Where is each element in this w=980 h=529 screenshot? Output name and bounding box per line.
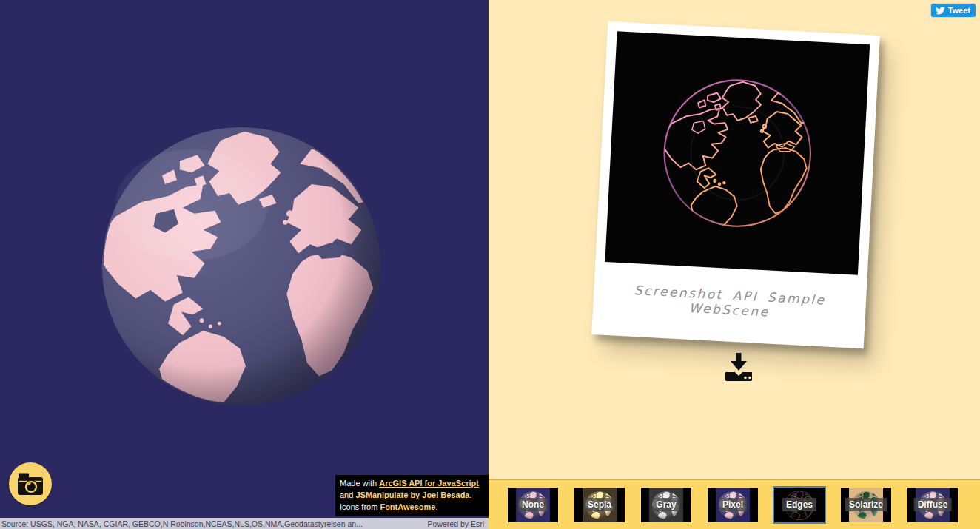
filter-label: None	[518, 498, 548, 511]
camera-retro-icon	[17, 472, 44, 496]
filter-label: Sepia	[584, 498, 615, 511]
tweet-button[interactable]: Tweet	[931, 4, 976, 17]
filter-thumb-edges[interactable]: Edges	[774, 488, 825, 522]
filter-label: Gray	[652, 498, 679, 511]
globe-3d[interactable]	[95, 120, 388, 413]
download-icon	[722, 351, 756, 385]
edges-globe-preview	[656, 72, 819, 235]
filter-thumb-pixel[interactable]: Pixel	[708, 488, 758, 522]
filter-thumb-sepia[interactable]: Sepia	[574, 488, 625, 522]
polaroid-caption: Screenshot API Sample WebScene	[603, 281, 857, 324]
filter-label: Edges	[782, 498, 816, 511]
screenshot-photo	[605, 31, 870, 274]
take-screenshot-button[interactable]	[9, 462, 52, 505]
filter-thumb-none[interactable]: None	[508, 488, 558, 522]
credits-text: Made with	[340, 479, 379, 488]
tweet-label: Tweet	[948, 6, 970, 15]
screenshot-panel: Tweet Screenshot API Sample WebScene Non…	[489, 0, 980, 529]
polaroid-screenshot: Screenshot API Sample WebScene	[591, 21, 880, 349]
filter-thumb-diffuse[interactable]: Diffuse	[907, 488, 958, 522]
attribution-bar: Source: USGS, NGA, NASA, CGIAR, GEBCO,N …	[0, 518, 489, 529]
app-root: Made with ArcGIS API for JavaScript and …	[0, 0, 980, 529]
credits-box: Made with ArcGIS API for JavaScript and …	[335, 475, 489, 516]
filter-thumb-gray[interactable]: Gray	[641, 488, 691, 522]
webscene-view[interactable]: Made with ArcGIS API for JavaScript and …	[0, 0, 489, 529]
filter-label: Diffuse	[914, 498, 952, 511]
filter-label: Solarize	[845, 498, 887, 511]
filter-thumb-solarize[interactable]: Solarize	[841, 488, 891, 522]
attribution-sources: Source: USGS, NGA, NASA, CGIAR, GEBCO,N …	[1, 519, 363, 528]
jsmanipulate-link[interactable]: JSManipulate by Joel Besada	[355, 491, 469, 499]
arcgis-api-link[interactable]: ArcGIS API for JavaScript	[379, 479, 479, 488]
powered-by-esri: Powered by Esri	[428, 519, 484, 528]
download-button[interactable]	[721, 351, 756, 386]
fontawesome-link[interactable]: FontAwesome	[380, 502, 435, 511]
twitter-bird-icon	[936, 7, 945, 15]
filter-bar: None Sepia Gray Pixel Edges Solarize Dif…	[489, 479, 980, 529]
filter-label: Pixel	[719, 498, 747, 511]
